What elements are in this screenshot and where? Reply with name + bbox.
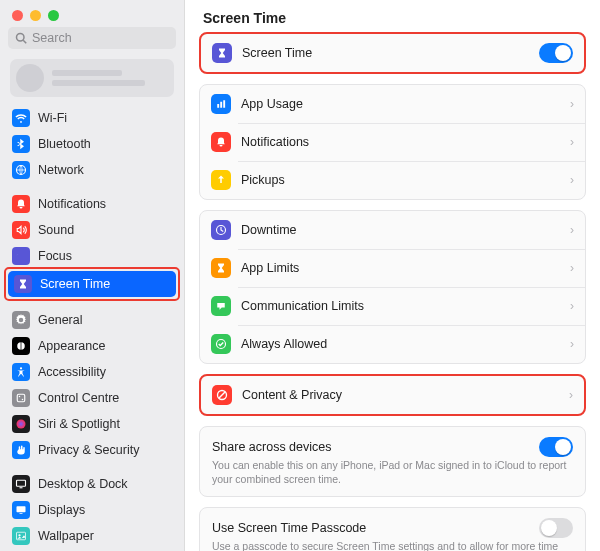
chevron-right-icon: › — [570, 299, 574, 313]
settings-row-content-privacy[interactable]: Content & Privacy› — [201, 376, 584, 414]
nosign-icon — [212, 385, 232, 405]
settings-row-notifications[interactable]: Notifications› — [200, 123, 585, 161]
toggle-switch[interactable] — [539, 43, 573, 63]
row-label: Notifications — [241, 135, 570, 149]
svg-rect-15 — [220, 102, 222, 108]
row-label: Pickups — [241, 173, 570, 187]
downtime-icon — [211, 220, 231, 240]
sidebar-item-displays[interactable]: Displays — [6, 497, 178, 523]
sidebar-item-label: Accessibility — [38, 365, 106, 379]
chevron-right-icon: › — [570, 223, 574, 237]
account-profile-row[interactable] — [10, 59, 174, 97]
sidebar-item-desktop-dock[interactable]: Desktop & Dock — [6, 471, 178, 497]
settings-window: Search Wi-FiBluetoothNetworkNotification… — [0, 0, 600, 551]
settings-row-always-allowed[interactable]: Always Allowed› — [200, 325, 585, 363]
svg-point-0 — [17, 34, 25, 42]
comm-icon — [211, 296, 231, 316]
chart-icon — [211, 94, 231, 114]
sidebar-item-focus[interactable]: Focus — [6, 243, 178, 269]
bell-icon — [211, 132, 231, 152]
displays-icon — [12, 501, 30, 519]
sidebar-item-label: Network — [38, 163, 84, 177]
sidebar-item-label: Control Centre — [38, 391, 119, 405]
sidebar-item-wallpaper[interactable]: Wallpaper — [6, 523, 178, 549]
close-button[interactable] — [12, 10, 23, 21]
info-panel: Share across devicesYou can enable this … — [199, 426, 586, 497]
row-label: Content & Privacy — [242, 388, 569, 402]
sidebar-item-siri-spotlight[interactable]: Siri & Spotlight — [6, 411, 178, 437]
wallpaper-icon — [12, 527, 30, 545]
sidebar-item-network[interactable]: Network — [6, 157, 178, 183]
settings-panel: Content & Privacy› — [199, 374, 586, 416]
sidebar-item-label: Notifications — [38, 197, 106, 211]
svg-point-4 — [20, 367, 22, 369]
settings-row-screen-time[interactable]: Screen Time — [201, 34, 584, 72]
gear-icon — [12, 311, 30, 329]
row-label: App Limits — [241, 261, 570, 275]
hand-icon — [12, 441, 30, 459]
zoom-button[interactable] — [48, 10, 59, 21]
chevron-right-icon: › — [569, 388, 573, 402]
svg-rect-10 — [17, 506, 26, 512]
main-content: Screen TimeApp Usage›Notifications›Picku… — [185, 32, 600, 551]
desktop-icon — [12, 475, 30, 493]
settings-panel: App Usage›Notifications›Pickups› — [199, 84, 586, 200]
sidebar-item-notifications[interactable]: Notifications — [6, 191, 178, 217]
sidebar-item-label: General — [38, 313, 82, 327]
info-subtitle: Use a passcode to secure Screen Time set… — [212, 540, 573, 551]
wifi-icon — [12, 109, 30, 127]
settings-row-app-usage[interactable]: App Usage› — [200, 85, 585, 123]
bluetooth-icon — [12, 135, 30, 153]
settings-panel: Screen Time — [199, 32, 586, 74]
main-pane: Screen Time Screen TimeApp Usage›Notific… — [185, 0, 600, 551]
sidebar-item-privacy-security[interactable]: Privacy & Security — [6, 437, 178, 463]
settings-row-app-limits[interactable]: App Limits› — [200, 249, 585, 287]
sidebar-item-accessibility[interactable]: Accessibility — [6, 359, 178, 385]
control-icon — [12, 389, 30, 407]
sidebar-item-label: Sound — [38, 223, 74, 237]
settings-row-pickups[interactable]: Pickups› — [200, 161, 585, 199]
row-label: App Usage — [241, 97, 570, 111]
settings-row-communication-limits[interactable]: Communication Limits› — [200, 287, 585, 325]
minimize-button[interactable] — [30, 10, 41, 21]
appearance-icon — [12, 337, 30, 355]
row-label: Downtime — [241, 223, 570, 237]
sidebar-item-general[interactable]: General — [6, 307, 178, 333]
chevron-right-icon: › — [570, 261, 574, 275]
focus-icon — [12, 247, 30, 265]
info-title: Share across devices — [212, 440, 539, 454]
sidebar-item-label: Focus — [38, 249, 72, 263]
sound-icon — [12, 221, 30, 239]
search-input[interactable]: Search — [8, 27, 176, 49]
svg-rect-11 — [20, 513, 23, 514]
svg-line-1 — [23, 40, 26, 43]
row-label: Always Allowed — [241, 337, 570, 351]
search-icon — [15, 32, 27, 44]
sidebar-item-screen-time[interactable]: Screen Time — [8, 271, 176, 297]
svg-point-7 — [22, 399, 24, 401]
sidebar-item-control-centre[interactable]: Control Centre — [6, 385, 178, 411]
settings-row-downtime[interactable]: Downtime› — [200, 211, 585, 249]
bell-icon — [12, 195, 30, 213]
accessibility-icon — [12, 363, 30, 381]
svg-rect-14 — [217, 104, 219, 108]
sidebar-item-bluetooth[interactable]: Bluetooth — [6, 131, 178, 157]
sidebar-item-label: Displays — [38, 503, 85, 517]
sidebar-item-appearance[interactable]: Appearance — [6, 333, 178, 359]
sidebar-item-label: Bluetooth — [38, 137, 91, 151]
chevron-right-icon: › — [570, 97, 574, 111]
sidebar-item-label: Screen Time — [40, 277, 110, 291]
sidebar-item-wi-fi[interactable]: Wi-Fi — [6, 105, 178, 131]
sidebar-item-sound[interactable]: Sound — [6, 217, 178, 243]
toggle-switch[interactable] — [539, 518, 573, 538]
check-icon — [211, 334, 231, 354]
network-icon — [12, 161, 30, 179]
sidebar-item-label: Appearance — [38, 339, 105, 353]
svg-line-20 — [219, 392, 225, 398]
sidebar-item-label: Privacy & Security — [38, 443, 139, 457]
sidebar-item-label: Desktop & Dock — [38, 477, 128, 491]
info-row: Share across devicesYou can enable this … — [200, 427, 585, 496]
svg-point-13 — [18, 534, 20, 536]
svg-rect-9 — [17, 480, 26, 486]
toggle-switch[interactable] — [539, 437, 573, 457]
